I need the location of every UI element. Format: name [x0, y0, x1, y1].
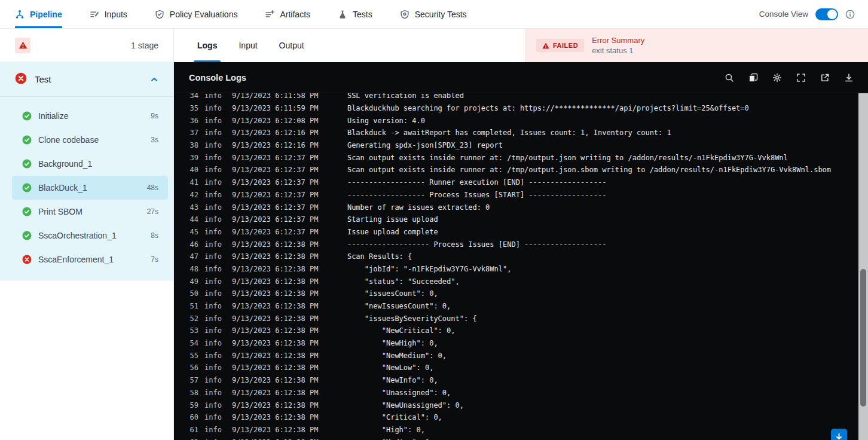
log-line-number: 49: [187, 277, 198, 286]
log-level: info: [204, 93, 222, 100]
tab-artifacts[interactable]: Artifacts: [265, 0, 310, 28]
log-level: info: [204, 426, 222, 434]
scroll-to-bottom-button[interactable]: [831, 429, 847, 440]
log-timestamp: 9/13/2023 6:12:37 PM: [232, 166, 318, 174]
log-timestamp: 9/13/2023 6:12:38 PM: [232, 413, 318, 421]
log-level: info: [204, 228, 222, 236]
log-line: 61 info 9/13/2023 6:12:38 PM "High": 0,: [174, 424, 858, 436]
log-line-number: 41: [187, 178, 198, 187]
policy-shield-icon: [155, 10, 164, 19]
log-line: 47 info 9/13/2023 6:12:38 PM Scan Result…: [174, 250, 858, 263]
step-name: Clone codebase: [38, 135, 99, 145]
app-root: Pipeline Inputs Policy Evaluations Artif…: [0, 0, 868, 440]
open-in-new-icon[interactable]: [820, 73, 830, 82]
scrollbar-thumb[interactable]: [860, 269, 866, 407]
tab-inputs[interactable]: Inputs: [90, 0, 127, 28]
console-title: Console Logs: [189, 73, 246, 82]
pipeline-icon: [15, 10, 25, 19]
log-message: "NewCritical": 0,: [347, 326, 456, 335]
log-timestamp: 9/13/2023 6:12:38 PM: [232, 352, 318, 360]
console-view-toggle[interactable]: [815, 8, 838, 20]
step-name: SscaOrchestration_1: [38, 231, 117, 240]
step-item[interactable]: Initialize 9s: [12, 104, 168, 128]
log-line: 40 info 9/13/2023 6:12:37 PM Scan output…: [174, 164, 858, 176]
log-message: "NewHigh": 0,: [347, 339, 438, 347]
log-timestamp: 9/13/2023 6:12:38 PM: [232, 376, 318, 384]
step-item[interactable]: SscaEnforcement_1 7s: [12, 248, 168, 271]
log-timestamp: 9/13/2023 6:12:08 PM: [232, 117, 318, 125]
stage-item-test[interactable]: Test: [0, 62, 173, 97]
log-timestamp: 9/13/2023 6:12:38 PM: [232, 277, 318, 286]
warning-triangle-icon: [542, 42, 549, 49]
log-timestamp: 9/13/2023 6:12:38 PM: [232, 326, 318, 335]
step-success-icon: [22, 183, 32, 192]
log-timestamp: 9/13/2023 6:12:16 PM: [232, 129, 318, 137]
log-message: Blackduck -> awaitReport has completed, …: [347, 129, 671, 137]
log-line: 42 info 9/13/2023 6:12:37 PM -----------…: [174, 189, 858, 201]
tab-output[interactable]: Output: [279, 29, 304, 62]
log-line: 62 info 9/13/2023 6:12:38 PM "Medium": 0…: [174, 436, 858, 440]
log-timestamp: 9/13/2023 6:12:38 PM: [232, 252, 318, 261]
log-timestamp: 9/13/2023 6:11:59 PM: [232, 104, 318, 112]
log-level: info: [204, 265, 222, 273]
log-line-number: 52: [187, 314, 198, 323]
log-message: Starting issue upload: [347, 215, 438, 224]
step-item[interactable]: BlackDuck_1 48s: [12, 176, 168, 200]
log-message: Scan Results: {: [347, 252, 412, 261]
tab-input[interactable]: Input: [239, 29, 257, 62]
log-level: info: [204, 191, 222, 199]
log-timestamp: 9/13/2023 6:12:38 PM: [232, 363, 318, 372]
step-failed-icon: [22, 255, 32, 264]
tab-label: Policy Evaluations: [170, 10, 238, 19]
step-item[interactable]: Print SBOM 27s: [12, 200, 168, 224]
log-line-number: 53: [187, 326, 198, 335]
log-timestamp: 9/13/2023 6:12:37 PM: [232, 203, 318, 212]
log-level: info: [204, 240, 222, 249]
log-level: info: [204, 339, 222, 347]
log-message: Blackduckhub searching for projects at: …: [347, 104, 749, 112]
settings-gear-icon[interactable]: [772, 73, 782, 82]
search-icon[interactable]: [725, 73, 734, 82]
log-level: info: [204, 413, 222, 421]
log-line-number: 35: [187, 104, 198, 112]
tab-policy-evaluations[interactable]: Policy Evaluations: [155, 0, 238, 28]
log-timestamp: 9/13/2023 6:12:37 PM: [232, 154, 318, 162]
download-icon[interactable]: [844, 73, 854, 82]
tab-security-tests[interactable]: Security Tests: [400, 0, 467, 28]
log-level: info: [204, 352, 222, 360]
step-duration: 8s: [151, 231, 158, 240]
log-line: 35 info 9/13/2023 6:11:59 PM Blackduckhu…: [174, 102, 858, 115]
tab-pipeline[interactable]: Pipeline: [15, 0, 62, 28]
log-level: info: [204, 215, 222, 224]
top-nav: Pipeline Inputs Policy Evaluations Artif…: [0, 0, 868, 29]
step-item[interactable]: Clone codebase 3s: [12, 128, 168, 152]
fullscreen-icon[interactable]: [796, 73, 806, 82]
log-level: info: [204, 389, 222, 397]
log-line-number: 45: [187, 228, 198, 236]
tab-logs[interactable]: Logs: [197, 29, 217, 62]
log-line-number: 42: [187, 191, 198, 199]
error-summary-title[interactable]: Error Summary: [592, 36, 644, 45]
failed-badge: FAILED: [536, 39, 584, 52]
log-line-number: 55: [187, 352, 198, 360]
step-item[interactable]: SscaOrchestration_1 8s: [12, 224, 168, 248]
step-item[interactable]: Background_1: [12, 152, 168, 176]
log-line: 56 info 9/13/2023 6:12:38 PM "NewLow": 0…: [174, 362, 858, 374]
log-timestamp: 9/13/2023 6:12:38 PM: [232, 426, 318, 434]
log-level: info: [204, 363, 222, 372]
log-timestamp: 9/13/2023 6:12:37 PM: [232, 228, 318, 236]
console-scrollbar[interactable]: [858, 93, 868, 440]
log-line-number: 54: [187, 339, 198, 347]
log-line: 48 info 9/13/2023 6:12:38 PM "jobId": "-…: [174, 263, 858, 276]
info-icon[interactable]: [845, 10, 855, 19]
tab-tests[interactable]: Tests: [338, 0, 372, 28]
log-level: info: [204, 252, 222, 261]
log-timestamp: 9/13/2023 6:12:37 PM: [232, 215, 318, 224]
log-line-number: 56: [187, 363, 198, 372]
stage-name: Test: [35, 74, 51, 84]
log-line: 49 info 9/13/2023 6:12:38 PM "status": "…: [174, 275, 858, 288]
log-level: info: [204, 401, 222, 410]
log-line: 60 info 9/13/2023 6:12:38 PM "Critical":…: [174, 411, 858, 424]
chevron-up-icon[interactable]: [150, 75, 158, 84]
copy-icon[interactable]: [748, 73, 758, 82]
